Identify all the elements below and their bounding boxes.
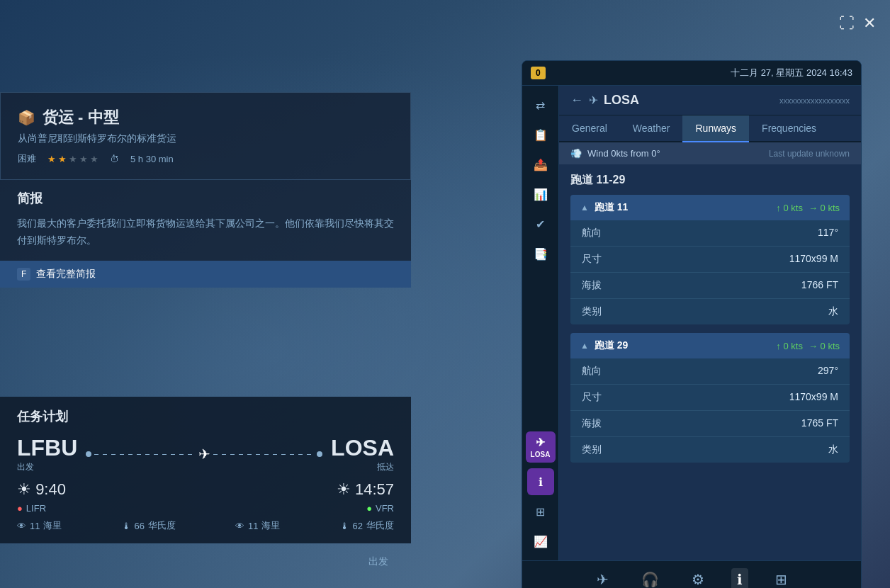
runway-29-header[interactable]: ▲ 跑道 29 ↑ 0 kts → 0 kts: [570, 333, 850, 358]
star-4: ★: [79, 154, 88, 164]
bottom-info-icon[interactable]: ℹ: [731, 568, 748, 588]
content-header: ← ✈ LOSA xxxxxxxxxxxxxxxxxx: [559, 86, 861, 115]
runway-11-header[interactable]: ▲ 跑道 11 ↑ 0 kts → 0 kts: [570, 195, 850, 220]
runway-11-elev-row: 海拔 1766 FT: [570, 273, 850, 299]
runway-29-details: 航向 297° 尺寸 1170x99 M 海拔 1765 FT 类别: [570, 358, 850, 463]
sidebar-icon-doc[interactable]: 📑: [527, 240, 554, 267]
losa-label: LOSA: [529, 451, 553, 458]
wind-icon: 💨: [570, 148, 582, 159]
sidebar-icon-chart2[interactable]: 📈: [527, 528, 554, 555]
mission-meta: 困难 ★ ★ ★ ★ ★ ⏱ 5 h 30 min: [18, 152, 393, 165]
runway-11-size-label: 尺寸: [582, 253, 602, 266]
runway-29-elev-value: 1765 FT: [801, 417, 838, 430]
runway-29-wind-right: → 0 kts: [809, 341, 840, 351]
route-dashes-right: [213, 454, 314, 455]
runway-11-label: 跑道 11: [595, 201, 770, 214]
runway-11-size-row: 尺寸 1170x99 M: [570, 247, 850, 273]
sidebar-icon-clipboard[interactable]: 📋: [527, 121, 554, 148]
expand-button[interactable]: ⛶: [839, 14, 855, 33]
runway-11-heading-value: 117°: [818, 227, 838, 239]
sidebar-icon-grid[interactable]: ⊞: [527, 498, 554, 525]
view-brief-label: 查看完整简报: [36, 268, 96, 281]
tablet-datetime: 十二月 27, 星期五 2024 16:43: [731, 67, 852, 79]
mission-subtitle: 从尚普尼耶到斯特罗布尔的标准货运: [18, 132, 393, 145]
runway-11-type-row: 类别 水: [570, 299, 850, 324]
eye-icon-left: 👁: [17, 521, 26, 531]
departure-airport: LFBU 出发: [17, 435, 77, 473]
bottom-headset-icon[interactable]: 🎧: [636, 568, 665, 588]
lifr-item: ● LIFR: [17, 503, 46, 514]
time-row: ☀ 9:40 ☀ 14:57: [17, 480, 394, 499]
runway-11-wind: ↑ 0 kts → 0 kts: [776, 203, 840, 213]
sidebar-icon-chart[interactable]: 📊: [527, 181, 554, 208]
runway-11-type-value: 水: [828, 305, 838, 318]
runway-11-heading-row: 航向 117°: [570, 220, 850, 247]
arrive-time-icon: ☀: [337, 480, 351, 498]
route-row: LFBU 出发 ✈ LOSA 抵达: [17, 435, 394, 473]
runway-29-label: 跑道 29: [595, 339, 770, 352]
runway-11-size-value: 1170x99 M: [789, 253, 838, 266]
sidebar-losa-button[interactable]: ✈ LOSA: [526, 431, 556, 463]
wind-info: 💨 Wind 0kts from 0°: [570, 148, 660, 159]
runway-11-elev-value: 1766 FT: [801, 279, 838, 292]
bottom-plane-icon[interactable]: ✈: [591, 568, 614, 588]
route-dot-left: [86, 451, 91, 457]
tablet-topbar: 0 十二月 27, 星期五 2024 16:43: [522, 61, 861, 86]
arrive-time: ☀ 14:57: [337, 480, 394, 499]
airport-coords: xxxxxxxxxxxxxxxxxx: [779, 96, 850, 105]
bottom-grid-icon[interactable]: ⊞: [770, 568, 793, 588]
plan-title: 任务计划: [17, 408, 394, 425]
weather-vis-left: 👁 11 海里: [17, 519, 62, 532]
duration-icon: ⏱: [110, 154, 119, 164]
tablet-body: ⇄ 📋 📤 📊 ✔ 📑 ✈ LOSA ℹ ⊞ 📈 ← ✈ LOSA xxxxxx…: [522, 86, 861, 560]
tab-frequencies[interactable]: Frequencies: [749, 115, 829, 142]
runway-11-wind-right: → 0 kts: [809, 203, 840, 213]
cargo-icon: 📦: [18, 109, 35, 126]
runway-29-wind-up: ↑ 0 kts: [776, 341, 803, 351]
tablet-content: ← ✈ LOSA xxxxxxxxxxxxxxxxxx General Weat…: [559, 86, 861, 560]
star-1: ★: [47, 154, 56, 164]
difficulty-label: 困难: [18, 152, 36, 165]
sidebar-icon-info[interactable]: ℹ: [527, 468, 554, 495]
sidebar-icon-share[interactable]: 📤: [527, 151, 554, 178]
arrival-sub: 抵达: [331, 461, 394, 473]
sidebar-icon-check[interactable]: ✔: [527, 210, 554, 237]
left-panel: 📦 货运 - 中型 从尚普尼耶到斯特罗布尔的标准货运 困难 ★ ★ ★ ★ ★ …: [0, 92, 411, 288]
runway-29-heading-value: 297°: [818, 365, 838, 378]
weather-vis-right: 👁 11 海里: [235, 519, 280, 532]
bottom-settings-icon[interactable]: ⚙: [686, 568, 710, 588]
airport-name: LOSA: [604, 93, 774, 108]
brief-section-title: 简报: [0, 180, 411, 213]
vfr-item: ● VFR: [366, 503, 394, 514]
brief-key: F: [17, 268, 30, 281]
runway-11-wind-up: ↑ 0 kts: [776, 203, 803, 213]
temp-icon-right: 🌡: [340, 521, 349, 531]
depart-time-icon: ☀: [17, 480, 31, 498]
tablet-panel: 0 十二月 27, 星期五 2024 16:43 ⇄ 📋 📤 📊 ✔ 📑 ✈ L…: [522, 60, 862, 588]
route-dashes: [94, 454, 195, 455]
arrival-airport: LOSA 抵达: [331, 435, 394, 473]
temp-right-unit: 华氏度: [366, 519, 394, 532]
weather-temp-left: 🌡 66 华氏度: [122, 519, 176, 532]
runway-29-elev-row: 海拔 1765 FT: [570, 411, 850, 437]
star-3: ★: [69, 154, 77, 164]
runway-29-size-value: 1170x99 M: [789, 391, 838, 404]
vis-left-value: 11: [30, 521, 40, 531]
mission-plan-section: 任务计划 LFBU 出发 ✈ LOSA 抵达 ☀ 9:40 ☀ 14:57 ●: [0, 397, 411, 543]
sidebar-icon-filters[interactable]: ⇄: [527, 91, 554, 118]
bottom-depart-label: 出发: [368, 555, 388, 568]
back-button[interactable]: ←: [570, 93, 583, 108]
runway-group-29: ▲ 跑道 29 ↑ 0 kts → 0 kts 航向 297°: [570, 333, 850, 463]
view-brief-button[interactable]: F 查看完整简报: [0, 261, 411, 288]
tab-weather[interactable]: Weather: [620, 115, 683, 142]
close-button[interactable]: ✕: [863, 14, 876, 33]
wind-update: Last update unknown: [769, 149, 850, 159]
tab-general[interactable]: General: [559, 115, 620, 142]
temp-right-value: 62: [353, 521, 363, 531]
vfr-dot: ●: [366, 503, 372, 514]
temp-icon-left: 🌡: [122, 521, 131, 531]
runway-group-11: ▲ 跑道 11 ↑ 0 kts → 0 kts 航向 117°: [570, 195, 850, 324]
difficulty-stars: ★ ★ ★ ★ ★: [47, 154, 98, 164]
wind-bar: 💨 Wind 0kts from 0° Last update unknown: [559, 142, 861, 164]
tab-runways[interactable]: Runways: [682, 115, 749, 142]
